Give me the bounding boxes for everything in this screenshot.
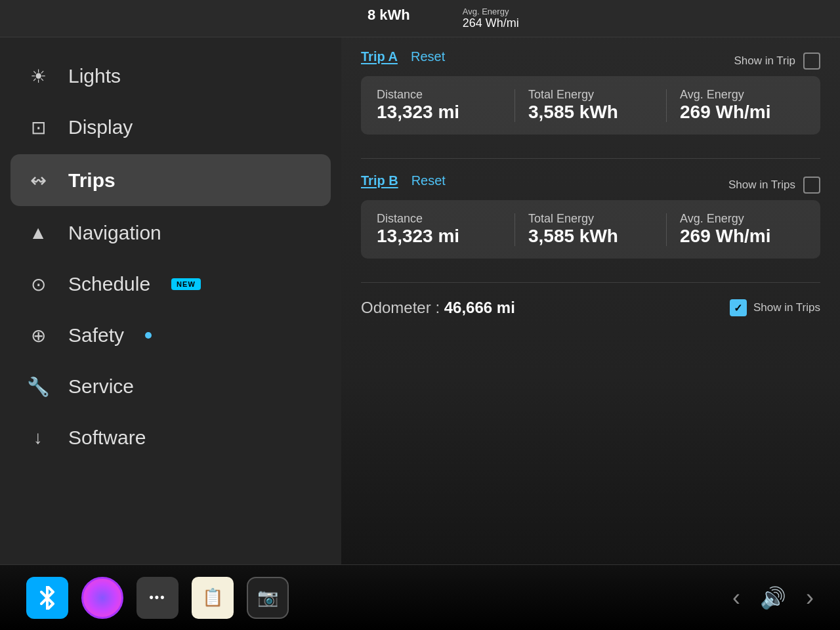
- trip-b-distance-label: Distance: [377, 212, 501, 226]
- more-button[interactable]: •••: [136, 577, 178, 619]
- trip-b-data-area: Distance 13,323 mi Total Energy 3,585 kW…: [341, 200, 840, 280]
- sidebar-item-safety[interactable]: ⊕ Safety: [0, 310, 341, 361]
- camera-icon-symbol: 📷: [257, 587, 278, 608]
- safety-icon: ⊕: [26, 325, 50, 346]
- trip-a-energy-stat: Total Energy 3,585 kWh: [528, 88, 653, 123]
- sidebar-item-display[interactable]: ⊡ Display: [0, 102, 341, 153]
- sidebar-item-schedule[interactable]: ⊙ Schedule NEW: [0, 259, 341, 310]
- right-panel-inner: Trip A Reset Show in Trip Distance 13,32…: [341, 37, 840, 564]
- trip-a-avg-stat: Avg. Energy 269 Wh/mi: [680, 88, 805, 123]
- trip-a-avg-value: 269 Wh/mi: [680, 102, 805, 123]
- sidebar-item-label: Trips: [68, 169, 116, 192]
- trip-a-show-toggle-area: Show in Trip: [734, 52, 820, 70]
- trip-b-avg-value: 269 Wh/mi: [680, 226, 805, 247]
- trip-b-show-label: Show in Trips: [728, 178, 795, 192]
- odometer-value: 46,666 mi: [444, 299, 515, 316]
- sidebar-item-label: Lights: [68, 65, 121, 87]
- sidebar-item-label: Schedule: [68, 273, 150, 295]
- partial-avg-label: Avg. Energy: [463, 7, 519, 16]
- taskbar-right: ‹ 🔊 ›: [732, 584, 814, 612]
- odometer-show-trips-area: Show in Trips: [730, 299, 820, 316]
- trip-b-show-checkbox[interactable]: [803, 177, 820, 194]
- schedule-icon: ⊙: [26, 274, 50, 295]
- trips-icon: ↭: [26, 169, 50, 192]
- trip-a-avg-label: Avg. Energy: [680, 88, 805, 102]
- trip-b-distance-value: 13,323 mi: [377, 226, 501, 247]
- partial-energy-stat: 8 kWh: [368, 7, 410, 24]
- trip-a-reset[interactable]: Reset: [411, 49, 445, 64]
- trip-b-energy-stat: Total Energy 3,585 kWh: [528, 212, 653, 247]
- trip-a-energy-value: 3,585 kWh: [528, 102, 653, 123]
- bluetooth-icon: [35, 586, 59, 610]
- more-label: •••: [150, 591, 166, 604]
- trip-a-header: Trip A Reset: [361, 49, 445, 64]
- partial-avg-stat: Avg. Energy 264 Wh/mi: [463, 7, 519, 30]
- trip-a-card: Distance 13,323 mi Total Energy 3,585 kW…: [361, 76, 820, 135]
- sun-icon: ☀: [26, 66, 50, 87]
- sidebar-item-label: Display: [68, 116, 133, 138]
- sidebar: ☀ Lights ⊡ Display ↭ Trips ▲ Navigation …: [0, 37, 341, 564]
- taskbar: ••• 📋 📷 ‹ 🔊 ›: [0, 564, 840, 630]
- navigation-icon: ▲: [26, 222, 50, 243]
- main-content: ☀ Lights ⊡ Display ↭ Trips ▲ Navigation …: [0, 37, 840, 564]
- trip-b-header: Trip B Reset: [361, 173, 446, 188]
- trip-b-show-toggle-area: Show in Trips: [728, 177, 820, 194]
- sidebar-item-service[interactable]: 🔧 Service: [0, 361, 341, 412]
- sidebar-item-label: Navigation: [68, 222, 161, 244]
- odometer-section: Odometer : 46,666 mi Show in Trips: [341, 285, 840, 330]
- trip-a-distance-value: 13,323 mi: [377, 102, 501, 123]
- trip-b-header-row: Trip B Reset Show in Trips: [341, 161, 840, 200]
- trip-b-name[interactable]: Trip B: [361, 173, 398, 188]
- camera-button[interactable]: 📷: [247, 577, 289, 619]
- trip-a-header-row: Trip A Reset Show in Trip: [341, 37, 840, 76]
- section-divider-odo: [361, 282, 820, 283]
- trip-a-distance-label: Distance: [377, 88, 501, 102]
- odometer-label: Odometer : 46,666 mi: [361, 299, 515, 316]
- trip-a-show-label: Show in Trip: [734, 54, 795, 68]
- sidebar-item-trips[interactable]: ↭ Trips: [10, 154, 331, 206]
- divider: [514, 213, 515, 246]
- trip-b-avg-stat: Avg. Energy 269 Wh/mi: [680, 212, 805, 247]
- odometer-text-container: Odometer : 46,666 mi: [361, 299, 515, 317]
- volume-button[interactable]: 🔊: [760, 585, 786, 610]
- notes-icon-symbol: 📋: [202, 587, 223, 608]
- trip-b-card: Distance 13,323 mi Total Energy 3,585 kW…: [361, 200, 820, 259]
- partial-energy-value: 8 kWh: [368, 7, 410, 24]
- trip-b-reset[interactable]: Reset: [411, 173, 446, 188]
- trip-a-distance-stat: Distance 13,323 mi: [377, 88, 501, 123]
- bluetooth-button[interactable]: [26, 577, 68, 619]
- partial-top-bar: 8 kWh Avg. Energy 264 Wh/mi: [0, 0, 840, 37]
- trip-b-avg-label: Avg. Energy: [680, 212, 805, 226]
- sidebar-item-lights[interactable]: ☀ Lights: [0, 51, 341, 102]
- sidebar-item-label: Safety: [68, 324, 124, 346]
- display-icon: ⊡: [26, 117, 50, 138]
- partial-avg-value: 264 Wh/mi: [463, 16, 519, 30]
- service-icon: 🔧: [26, 376, 50, 398]
- siri-button[interactable]: [81, 577, 123, 619]
- trip-a-name[interactable]: Trip A: [361, 49, 398, 64]
- trip-a-show-checkbox[interactable]: [803, 52, 820, 70]
- sidebar-item-label: Software: [68, 427, 146, 449]
- safety-dot: [145, 332, 152, 339]
- divider: [514, 89, 515, 122]
- nav-forward-button[interactable]: ›: [806, 584, 814, 612]
- sidebar-item-navigation[interactable]: ▲ Navigation: [0, 207, 341, 259]
- software-icon: ↓: [26, 427, 50, 448]
- nav-back-button[interactable]: ‹: [732, 584, 740, 612]
- odometer-show-checkbox[interactable]: [730, 299, 747, 316]
- trip-b-distance-stat: Distance 13,323 mi: [377, 212, 501, 247]
- right-panel: Trip A Reset Show in Trip Distance 13,32…: [341, 37, 840, 564]
- notes-button[interactable]: 📋: [192, 577, 234, 619]
- trip-b-energy-value: 3,585 kWh: [528, 226, 653, 247]
- new-badge: NEW: [171, 278, 201, 290]
- trip-a-data-area: Distance 13,323 mi Total Energy 3,585 kW…: [341, 76, 840, 156]
- tesla-settings-screen: 8 kWh Avg. Energy 264 Wh/mi ☀ Lights ⊡ D…: [0, 0, 840, 630]
- trip-a-energy-label: Total Energy: [528, 88, 653, 102]
- sidebar-item-label: Service: [68, 375, 134, 398]
- divider: [666, 89, 667, 122]
- odometer-show-label: Show in Trips: [753, 301, 820, 314]
- sidebar-item-software[interactable]: ↓ Software: [0, 412, 341, 463]
- section-divider-ab: [361, 158, 820, 159]
- divider: [666, 213, 667, 246]
- taskbar-left: ••• 📋 📷: [26, 577, 289, 619]
